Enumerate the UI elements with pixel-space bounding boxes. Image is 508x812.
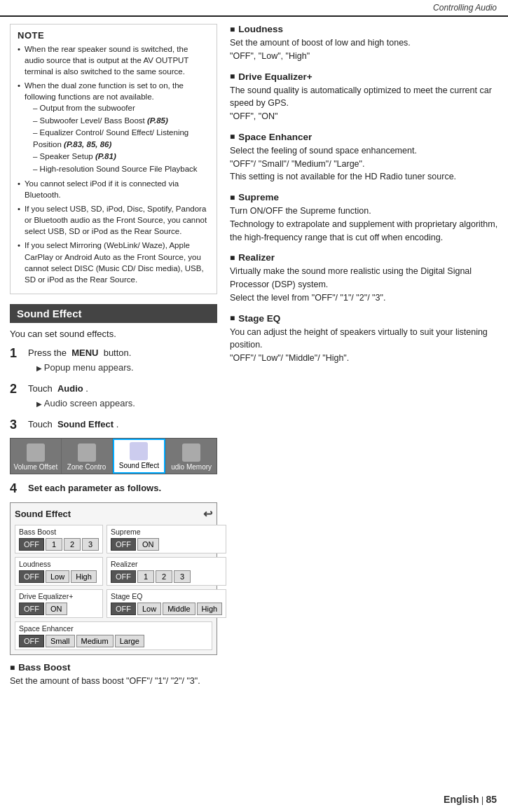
panel-back-icon[interactable]: ↩ (203, 507, 212, 521)
space-enhancer-buttons: OFF Small Medium Large (19, 635, 208, 647)
space-enhancer-off[interactable]: OFF (19, 635, 44, 647)
space-enhancer-body: Select the feeling of sound space enhanc… (230, 144, 498, 184)
supreme-on[interactable]: ON (137, 538, 159, 551)
step-num-4: 4 (10, 481, 25, 497)
step-num-1: 1 (10, 346, 25, 362)
drive-equalizer-on[interactable]: ON (46, 603, 67, 615)
entry-stage-eq: Stage EQ You can adjust the height of sp… (230, 313, 498, 365)
drive-equalizer-body: The sound quality is automatically optim… (230, 84, 498, 123)
stage-eq-body: You can adjust the height of speakers vi… (230, 326, 498, 365)
stage-eq-middle[interactable]: Middle (163, 603, 195, 615)
tab-sound-effect-icon (130, 442, 148, 460)
param-loudness: Loudness OFF Low High (15, 557, 103, 586)
space-enhancer-medium[interactable]: Medium (76, 635, 114, 647)
step-num-2: 2 (10, 382, 25, 397)
param-realizer: Realizer OFF 1 2 3 (107, 557, 226, 586)
realizer-1[interactable]: 1 (137, 570, 154, 583)
loudness-buttons: OFF Low High (19, 570, 99, 583)
panel-header: Sound Effect ↩ (15, 507, 212, 521)
supreme-body: Turn ON/OFF the Supreme function. Techno… (230, 205, 498, 244)
param-space-enhancer: Space Enhancer OFF Small Medium Large (15, 621, 212, 650)
tab-sound-effect[interactable]: Sound Effect (113, 439, 166, 474)
entry-space-enhancer: Space Enhancer Select the feeling of sou… (230, 132, 498, 184)
realizer-body: Virtually make the sound more realistic … (230, 265, 498, 304)
section-intro: You can set sound effects. (10, 329, 217, 339)
bass-boost-3[interactable]: 3 (82, 538, 99, 551)
entry-supreme: Supreme Turn ON/OFF the Supreme function… (230, 192, 498, 244)
realizer-3[interactable]: 3 (174, 570, 191, 583)
note-title: NOTE (18, 30, 210, 41)
bass-boost-off[interactable]: OFF (19, 538, 44, 551)
param-stage-eq: Stage EQ OFF Low Middle High (107, 589, 226, 618)
param-bass-boost: Bass Boost OFF 1 2 3 (15, 525, 103, 553)
note-box: NOTE When the rear speaker sound is swit… (10, 24, 217, 294)
right-column: Loudness Set the amount of boost of low … (227, 24, 498, 696)
param-drive-equalizer: Drive Equalizer+ OFF ON (15, 589, 103, 618)
stage-eq-label: Stage EQ (111, 592, 222, 600)
step-3: 3 Touch Sound Effect . (10, 418, 217, 433)
drive-equalizer-label: Drive Equalizer+ (19, 592, 99, 600)
realizer-title: Realizer (230, 252, 498, 263)
stage-eq-buttons: OFF Low Middle High (111, 603, 222, 615)
loudness-title: Loudness (230, 24, 498, 34)
tab-audio-memory[interactable]: udio Memory (166, 439, 217, 474)
section-label: Sound Effect (17, 308, 82, 319)
drive-equalizer-title: Drive Equalizer+ (230, 71, 498, 82)
bass-boost-body: Set the amount of bass boost "OFF"/ "1"/… (10, 675, 217, 688)
footer-lang: English (444, 794, 479, 805)
tab-volume-offset-icon (27, 443, 45, 462)
space-enhancer-small[interactable]: Small (46, 635, 75, 647)
footer-page: 85 (486, 794, 497, 805)
space-enhancer-large[interactable]: Large (115, 635, 144, 647)
entry-loudness: Loudness Set the amount of boost of low … (230, 24, 498, 63)
tab-zone-control[interactable]: Zone Contro (62, 439, 112, 474)
param-grid: Bass Boost OFF 1 2 3 Supreme OFF ON (15, 525, 212, 618)
supreme-label: Supreme (111, 528, 222, 536)
supreme-off[interactable]: OFF (111, 538, 136, 551)
tab-strip: Volume Offset Zone Contro Sound Effect u… (10, 438, 217, 474)
stage-eq-high[interactable]: High (197, 603, 223, 615)
section-header: Sound Effect (10, 304, 217, 323)
tab-zone-control-icon (78, 443, 96, 462)
note-item-2: When the dual zone function is set to on… (18, 80, 210, 175)
step-4: 4 Set each parameter as follows. (10, 481, 217, 497)
stage-eq-off[interactable]: OFF (111, 603, 136, 615)
step-2-result: Audio screen appears. (28, 397, 217, 411)
bass-boost-2[interactable]: 2 (64, 538, 81, 551)
realizer-2[interactable]: 2 (156, 570, 172, 583)
realizer-off[interactable]: OFF (111, 570, 136, 583)
drive-equalizer-off[interactable]: OFF (19, 603, 44, 615)
note-item-3: You cannot select iPod if it is connecte… (18, 178, 210, 200)
loudness-label: Loudness (19, 560, 99, 568)
step-2-instruction: Touch Audio . (28, 382, 217, 396)
stage-eq-title: Stage EQ (230, 313, 498, 324)
step-num-3: 3 (10, 418, 25, 433)
sound-effect-panel: Sound Effect ↩ Bass Boost OFF 1 2 3 Supr… (10, 502, 217, 655)
tab-zone-control-label: Zone Contro (67, 463, 107, 471)
panel-title: Sound Effect (15, 509, 71, 519)
entry-bass-boost-desc: Bass Boost Set the amount of bass boost … (10, 662, 217, 688)
step-3-instruction: Touch Sound Effect . (28, 418, 217, 432)
left-column: NOTE When the rear speaker sound is swit… (10, 24, 227, 696)
note-item-1: When the rear speaker sound is switched,… (18, 43, 210, 77)
bass-boost-title: Bass Boost (10, 662, 217, 673)
loudness-off[interactable]: OFF (19, 570, 44, 583)
entry-realizer: Realizer Virtually make the sound more r… (230, 252, 498, 304)
space-enhancer-label: Space Enhancer (19, 624, 208, 633)
note-item-5: If you select Mirroring (WebLink/ Waze),… (18, 240, 210, 284)
drive-equalizer-buttons: OFF ON (19, 603, 99, 615)
step-1-result: Popup menu appears. (28, 361, 217, 375)
bass-boost-label: Bass Boost (19, 528, 99, 536)
stage-eq-low[interactable]: Low (137, 603, 161, 615)
loudness-high[interactable]: High (71, 570, 97, 583)
page-footer: English | 85 (444, 794, 497, 805)
note-list: When the rear speaker sound is switched,… (18, 43, 210, 285)
note-item-4: If you select USB, SD, iPod, Disc, Spoti… (18, 203, 210, 237)
realizer-label: Realizer (111, 560, 222, 568)
bass-boost-1[interactable]: 1 (46, 538, 62, 551)
tab-audio-memory-icon (182, 443, 200, 462)
step-4-instruction: Set each parameter as follows. (28, 481, 217, 495)
loudness-low[interactable]: Low (46, 570, 69, 583)
step-2: 2 Touch Audio . Audio screen appears. (10, 382, 217, 412)
tab-volume-offset[interactable]: Volume Offset (11, 439, 61, 474)
